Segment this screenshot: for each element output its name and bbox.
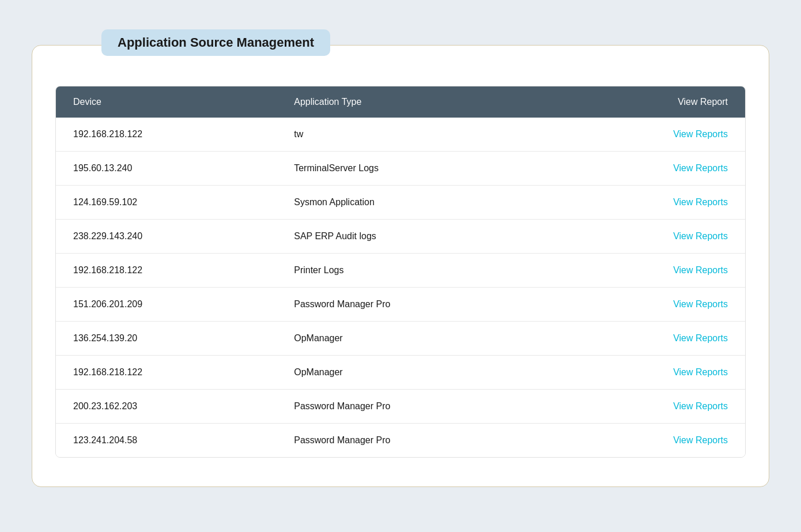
table-row: 195.60.13.240TerminalServer LogsView Rep… — [56, 152, 745, 186]
cell-device: 124.169.59.102 — [56, 186, 277, 220]
cell-device: 192.168.218.122 — [56, 254, 277, 288]
data-table-wrapper: Device Application Type View Report 192.… — [55, 86, 746, 458]
cell-device: 238.229.143.240 — [56, 220, 277, 254]
application-source-table: Device Application Type View Report 192.… — [56, 86, 745, 457]
cell-device: 151.206.201.209 — [56, 288, 277, 322]
table-row: 124.169.59.102Sysmon ApplicationView Rep… — [56, 186, 745, 220]
cell-device: 123.241.204.58 — [56, 424, 277, 458]
view-reports-link[interactable]: View Reports — [673, 231, 728, 241]
table-row: 192.168.218.122twView Reports — [56, 118, 745, 152]
column-header-app-type: Application Type — [277, 86, 555, 118]
table-row: 192.168.218.122OpManagerView Reports — [56, 356, 745, 390]
cell-device: 200.23.162.203 — [56, 390, 277, 424]
cell-device: 192.168.218.122 — [56, 118, 277, 152]
view-reports-link[interactable]: View Reports — [673, 197, 728, 207]
view-reports-link[interactable]: View Reports — [673, 333, 728, 343]
column-header-view-report: View Report — [556, 86, 745, 118]
table-row: 151.206.201.209Password Manager ProView … — [56, 288, 745, 322]
cell-view-reports: View Reports — [556, 288, 745, 322]
cell-view-reports: View Reports — [556, 322, 745, 356]
view-reports-link[interactable]: View Reports — [673, 367, 728, 377]
cell-app-type: SAP ERP Audit logs — [277, 220, 555, 254]
view-reports-link[interactable]: View Reports — [673, 163, 728, 173]
column-header-device: Device — [56, 86, 277, 118]
cell-app-type: Password Manager Pro — [277, 390, 555, 424]
table-row: 238.229.143.240SAP ERP Audit logsView Re… — [56, 220, 745, 254]
cell-app-type: OpManager — [277, 356, 555, 390]
cell-app-type: Password Manager Pro — [277, 288, 555, 322]
cell-view-reports: View Reports — [556, 118, 745, 152]
table-row: 200.23.162.203Password Manager ProView R… — [56, 390, 745, 424]
cell-app-type: Printer Logs — [277, 254, 555, 288]
cell-view-reports: View Reports — [556, 152, 745, 186]
table-header-row: Device Application Type View Report — [56, 86, 745, 118]
cell-app-type: TerminalServer Logs — [277, 152, 555, 186]
cell-device: 195.60.13.240 — [56, 152, 277, 186]
view-reports-link[interactable]: View Reports — [673, 265, 728, 275]
cell-view-reports: View Reports — [556, 220, 745, 254]
cell-view-reports: View Reports — [556, 424, 745, 458]
cell-device: 192.168.218.122 — [56, 356, 277, 390]
cell-view-reports: View Reports — [556, 186, 745, 220]
cell-app-type: tw — [277, 118, 555, 152]
cell-app-type: Password Manager Pro — [277, 424, 555, 458]
table-row: 192.168.218.122Printer LogsView Reports — [56, 254, 745, 288]
main-container: Application Source Management Device App… — [32, 45, 769, 487]
cell-view-reports: View Reports — [556, 254, 745, 288]
view-reports-link[interactable]: View Reports — [673, 435, 728, 445]
view-reports-link[interactable]: View Reports — [673, 299, 728, 309]
cell-app-type: Sysmon Application — [277, 186, 555, 220]
cell-device: 136.254.139.20 — [56, 322, 277, 356]
cell-app-type: OpManager — [277, 322, 555, 356]
page-title: Application Source Management — [101, 29, 330, 56]
table-row: 123.241.204.58Password Manager ProView R… — [56, 424, 745, 458]
cell-view-reports: View Reports — [556, 390, 745, 424]
view-reports-link[interactable]: View Reports — [673, 129, 728, 139]
table-row: 136.254.139.20OpManagerView Reports — [56, 322, 745, 356]
cell-view-reports: View Reports — [556, 356, 745, 390]
view-reports-link[interactable]: View Reports — [673, 401, 728, 411]
